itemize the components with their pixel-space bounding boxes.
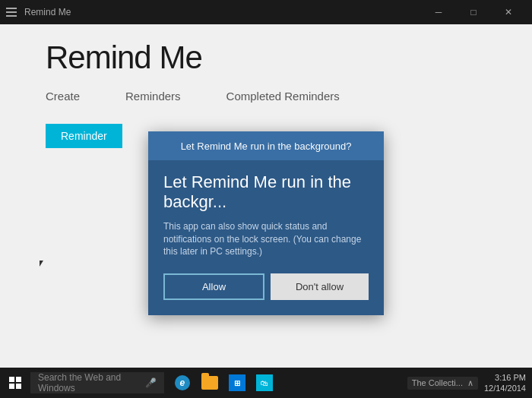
taskbar-right: The Collecti... ∧ 3:16 PM 12/14/2014 bbox=[401, 372, 532, 394]
store-icon: 🛍 bbox=[256, 374, 273, 391]
app-nav: Create Reminders Completed Reminders bbox=[0, 84, 532, 109]
hamburger-icon[interactable] bbox=[6, 6, 18, 18]
internet-explorer-icon: e bbox=[175, 375, 190, 390]
app-header: Remind Me bbox=[0, 24, 532, 84]
taskbar: Search the Web and Windows 🎤 e ⊞ 🛍 The C… bbox=[0, 368, 532, 398]
close-button[interactable]: ✕ bbox=[491, 0, 526, 24]
dialog-sub-text: This app can also show quick status and … bbox=[163, 220, 369, 258]
system-clock: 3:16 PM 12/14/2014 bbox=[484, 372, 526, 394]
app-title: Remind Me bbox=[46, 39, 486, 76]
notification-area[interactable]: The Collecti... ∧ bbox=[407, 377, 478, 390]
notification-text: The Collecti... bbox=[412, 378, 463, 387]
nav-reminders[interactable]: Reminders bbox=[125, 84, 181, 109]
file-explorer-icon bbox=[201, 376, 218, 390]
taskbar-windows-app[interactable]: ⊞ bbox=[225, 371, 249, 395]
app-area: Remind Me Create Reminders Completed Rem… bbox=[0, 24, 532, 368]
content-area: Reminder Let Remind Me run in the backgr… bbox=[0, 109, 532, 368]
taskbar-folder-app[interactable] bbox=[198, 371, 222, 395]
dialog-buttons: Allow Don't allow bbox=[163, 273, 369, 300]
taskbar-store-app[interactable]: 🛍 bbox=[252, 371, 277, 395]
windows-app-icon: ⊞ bbox=[229, 374, 245, 391]
title-bar-text: Remind Me bbox=[24, 7, 71, 17]
taskbar-search-bar[interactable]: Search the Web and Windows 🎤 bbox=[30, 372, 164, 393]
taskbar-ie-app[interactable]: e bbox=[170, 371, 195, 395]
dont-allow-button[interactable]: Don't allow bbox=[271, 273, 369, 300]
background-dialog: Let Remind Me run in the background? Let… bbox=[148, 131, 384, 315]
nav-create[interactable]: Create bbox=[46, 84, 80, 109]
dialog-main-text: Let Remind Me run in the backgr... bbox=[163, 172, 369, 213]
dialog-header-text: Let Remind Me run in the background? bbox=[181, 141, 352, 152]
windows-logo-icon bbox=[9, 377, 21, 389]
window-controls: ─ □ ✕ bbox=[421, 0, 526, 24]
title-bar-left: Remind Me bbox=[6, 6, 71, 18]
clock-time: 3:16 PM bbox=[484, 372, 526, 383]
dialog-overlay: Let Remind Me run in the background? Let… bbox=[0, 109, 532, 368]
clock-date: 12/14/2014 bbox=[484, 383, 526, 393]
allow-button[interactable]: Allow bbox=[163, 273, 264, 300]
dialog-header: Let Remind Me run in the background? bbox=[148, 131, 384, 160]
chevron-up-icon: ∧ bbox=[467, 378, 473, 388]
taskbar-apps: e ⊞ 🛍 bbox=[164, 371, 283, 395]
maximize-button[interactable]: □ bbox=[456, 0, 491, 24]
search-placeholder-text: Search the Web and Windows bbox=[38, 372, 141, 393]
dialog-body: Let Remind Me run in the backgr... This … bbox=[148, 160, 384, 315]
title-bar: Remind Me ─ □ ✕ bbox=[0, 0, 532, 24]
nav-completed[interactable]: Completed Reminders bbox=[226, 84, 340, 109]
minimize-button[interactable]: ─ bbox=[421, 0, 456, 24]
microphone-icon: 🎤 bbox=[145, 377, 157, 388]
start-button[interactable] bbox=[0, 368, 30, 398]
